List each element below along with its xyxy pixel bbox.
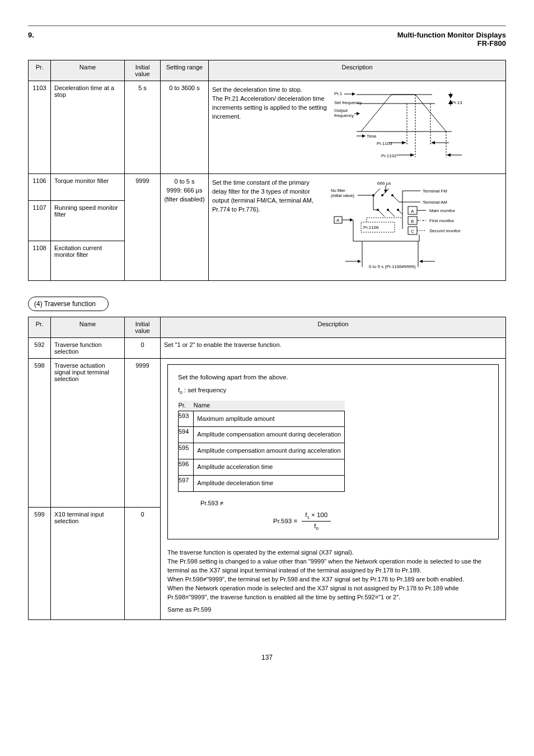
pr-name: Traverse actuation signal input terminal… — [51, 359, 125, 508]
svg-marker-12 — [402, 141, 406, 144]
svg-line-44 — [392, 195, 399, 202]
pr-value: 1106 — [29, 174, 51, 201]
table-row: 592 Traverse function selection 0 Set "1… — [29, 338, 506, 359]
svg-line-59 — [398, 210, 402, 214]
pr-initial: 9999 — [125, 174, 161, 281]
table-row: 1106 Torque monitor filter 9999 0 to 5 s… — [29, 174, 506, 201]
decel-timing-diagram: Output frequency Pr.1 Set frequency Pr.1… — [334, 86, 463, 167]
svg-text:Set frequency: Set frequency — [334, 100, 362, 105]
page-number: 137 — [28, 654, 506, 661]
eq-prefix: Pr.593 = — [273, 516, 299, 526]
pr-value: 1107 — [29, 201, 51, 241]
pr-name: Traverse function selection — [51, 338, 125, 359]
pr-value: 599 — [29, 508, 51, 620]
svg-text:A: A — [336, 218, 340, 223]
svg-text:First monitor: First monitor — [429, 218, 455, 223]
svg-marker-18 — [447, 153, 451, 157]
svg-line-58 — [388, 210, 395, 217]
svg-line-42 — [373, 189, 380, 195]
desc-text: When Pr.598≠"9999", the terminal set by … — [167, 575, 499, 584]
parameter-table-1: Pr. Name Initial value Setting range Des… — [28, 60, 506, 281]
svg-marker-32 — [362, 134, 366, 138]
header-divider — [28, 25, 506, 26]
table-row: 598 Traverse actuation signal input term… — [29, 359, 506, 508]
svg-marker-87 — [419, 260, 423, 263]
pr-name: Torque monitor filter — [51, 174, 125, 201]
pr-desc: Set the following apart from the above. … — [161, 359, 506, 620]
col-pr: Pr. — [29, 317, 51, 338]
pr-value: 1103 — [29, 81, 51, 174]
chapter-title: Multi-function Monitor Displays — [397, 31, 506, 39]
svg-text:A: A — [411, 209, 414, 214]
section-heading: (4) Traverse function — [28, 297, 109, 311]
desc-text: The traverse function is operated by the… — [167, 548, 499, 557]
svg-marker-77 — [350, 218, 353, 222]
pr-name: Excitation current monitor filter — [51, 241, 125, 280]
chapter-header: 9. Multi-function Monitor Displays FR-F8… — [28, 31, 506, 48]
desc-text: The Pr.598 setting is changed to a value… — [167, 557, 499, 575]
col-initial: Initial value — [125, 60, 161, 81]
svg-text:Main monitor: Main monitor — [429, 208, 456, 213]
svg-text:Pr.1102: Pr.1102 — [381, 153, 397, 158]
inner-pr-table: Pr. Name 593Maximum amplitude amount 594… — [178, 401, 345, 492]
svg-text:Pr.13: Pr.13 — [452, 100, 462, 105]
pr-name: X10 terminal input selection — [51, 508, 125, 620]
lbl-output-freq: Output — [334, 108, 348, 113]
chapter-number: 9. — [28, 31, 34, 39]
col-initial: Initial value — [125, 317, 161, 338]
svg-marker-83 — [358, 260, 361, 263]
desc-text: The Pr.21 Acceleration/ deceleration tim… — [212, 95, 329, 121]
desc-text: Set the time constant of the primary del… — [212, 179, 324, 214]
pr-initial: 9999 — [125, 359, 161, 508]
pr-initial: 5 s — [125, 81, 161, 174]
svg-text:No filter: No filter — [331, 188, 345, 193]
pr-name: Running speed monitor filter — [51, 201, 125, 241]
svg-text:0 to 5 s (Pr.1106≠9999): 0 to 5 s (Pr.1106≠9999) — [369, 264, 416, 269]
svg-text:Terminal AM: Terminal AM — [423, 200, 447, 205]
col-desc: Description — [161, 317, 506, 338]
svg-marker-14 — [431, 141, 435, 144]
svg-text:B: B — [411, 219, 414, 224]
pr-name: Deceleration time at a stop — [51, 81, 125, 174]
svg-marker-35 — [384, 190, 387, 193]
desc-text: Set the deceleration time to stop. — [212, 86, 329, 95]
svg-text:Pr.1: Pr.1 — [334, 91, 343, 96]
svg-text:Pr.1103: Pr.1103 — [377, 141, 392, 146]
svg-marker-24 — [352, 92, 355, 96]
svg-text:C: C — [411, 229, 414, 234]
pr-desc-cell: Set the time constant of the primary del… — [209, 174, 506, 281]
pr-desc-cell: Set the deceleration time to stop. The P… — [209, 81, 506, 174]
pr-range: 0 to 3600 s — [161, 81, 209, 174]
svg-marker-8 — [448, 94, 453, 98]
svg-text:666 μs: 666 μs — [377, 181, 391, 186]
table-row: 1103 Deceleration time at a stop 5 s 0 t… — [29, 81, 506, 174]
svg-text:(initial value): (initial value) — [331, 193, 355, 198]
f0-label: : set frequency — [184, 387, 226, 393]
pr-value: 598 — [29, 359, 51, 508]
col-name: Name — [51, 60, 125, 81]
svg-text:Terminal FM: Terminal FM — [423, 189, 447, 194]
svg-text:Pr.1106: Pr.1106 — [363, 225, 379, 230]
svg-text:Time: Time — [367, 134, 377, 139]
formula-intro: Set the following apart from the above. — [178, 373, 488, 382]
equation-fraction: f1 × 100 f0 — [302, 510, 331, 532]
svg-marker-16 — [410, 153, 414, 157]
device-model: FR-F800 — [397, 39, 506, 48]
traverse-table: Pr. Name Initial value Description 592 T… — [28, 317, 506, 620]
pr-value: 592 — [29, 338, 51, 359]
svg-text:Second monitor: Second monitor — [429, 228, 461, 233]
col-name: Name — [51, 317, 125, 338]
formula-box: Set the following apart from the above. … — [167, 364, 499, 539]
pr-desc: Set "1 or 2" to enable the traverse func… — [161, 338, 506, 359]
table-header-row: Pr. Name Initial value Setting range Des… — [29, 60, 506, 81]
filter-block-diagram: 666 μs No filter (initial value) — [330, 179, 470, 274]
pr-initial: 0 — [125, 508, 161, 620]
svg-text:frequency: frequency — [334, 113, 354, 118]
desc-text: When the Network operation mode is selec… — [167, 584, 499, 602]
desc-text: Same as Pr.599 — [167, 605, 499, 614]
col-range: Setting range — [161, 60, 209, 81]
pr-value: 1108 — [29, 241, 51, 280]
svg-line-57 — [378, 210, 385, 217]
pr-initial: 0 — [125, 338, 161, 359]
table-header-row: Pr. Name Initial value Description — [29, 317, 506, 338]
